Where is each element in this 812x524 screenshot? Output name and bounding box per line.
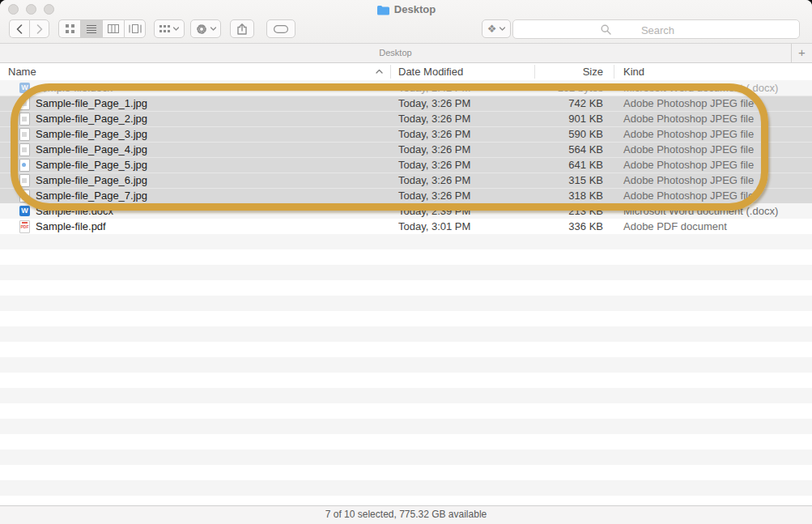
table-row[interactable]: Sample-file_Page_2.jpgToday, 3:26 PM901 … [0, 111, 812, 126]
icon-view-button[interactable] [58, 19, 80, 38]
file-name: Sample-file_Page_2.jpg [36, 111, 147, 126]
word-document-icon: W [19, 82, 30, 94]
empty-row [0, 249, 812, 265]
table-row[interactable]: Sample-file_Page_6.jpgToday, 3:26 PM315 … [0, 173, 812, 188]
table-row[interactable]: WSample-file.docxToday, 2:39 PM213 KBMic… [0, 203, 812, 219]
file-name: Sample-file.pdf [36, 219, 106, 234]
table-row[interactable]: Sample-file_Page_4.jpgToday, 3:26 PM564 … [0, 142, 812, 157]
status-bar: 7 of 10 selected, 775.32 GB available [0, 505, 812, 524]
file-date-modified: Today, 3:01 PM [398, 219, 470, 234]
file-date-modified: Today, 3:26 PM [398, 142, 470, 157]
tag-button[interactable] [266, 19, 295, 38]
share-button[interactable] [230, 19, 254, 38]
empty-row [0, 296, 812, 311]
column-header-date-modified[interactable]: Date Modified [398, 63, 463, 80]
file-date-modified: Today, 2:39 PM [398, 203, 470, 219]
file-size: 641 KB [534, 157, 603, 173]
file-size: 318 KB [534, 188, 603, 203]
list-view-icon [87, 24, 96, 33]
empty-row [0, 388, 812, 403]
file-kind: Adobe Photoshop JPEG file [623, 126, 754, 142]
coverflow-view-button[interactable] [124, 19, 146, 38]
jpeg-thumbnail-icon [19, 174, 30, 186]
table-row[interactable]: W~$mple-file.docxToday, 2:42 PM162 bytes… [0, 80, 812, 96]
window-title-text: Desktop [394, 3, 436, 15]
column-header-kind[interactable]: Kind [623, 63, 644, 80]
file-date-modified: Today, 3:26 PM [398, 157, 470, 173]
group-by-button[interactable] [154, 19, 185, 38]
file-list: W~$mple-file.docxToday, 2:42 PM162 bytes… [0, 80, 812, 506]
column-header-name[interactable]: Name [8, 63, 36, 80]
empty-row [0, 403, 812, 419]
file-kind: Adobe Photoshop JPEG file [623, 157, 754, 173]
file-kind: Adobe Photoshop JPEG file [623, 96, 754, 111]
table-row[interactable]: Sample-file_Page_5.jpgToday, 3:26 PM641 … [0, 157, 812, 173]
pdf-document-icon [19, 220, 30, 232]
share-icon [237, 23, 247, 35]
file-size: 564 KB [534, 142, 603, 157]
empty-row [0, 311, 812, 326]
search-input[interactable] [513, 20, 802, 40]
grid-view-icon [66, 24, 74, 33]
column-divider[interactable] [390, 65, 391, 79]
table-row[interactable]: Sample-file_Page_3.jpgToday, 3:26 PM590 … [0, 126, 812, 142]
empty-row [0, 265, 812, 280]
file-date-modified: Today, 3:26 PM [398, 111, 470, 126]
column-header-size[interactable]: Size [534, 63, 603, 80]
group-by-icon [159, 25, 170, 33]
jpeg-thumbnail-icon [19, 190, 30, 202]
dropbox-menu-button[interactable]: ❖ [482, 19, 511, 38]
file-size: 901 KB [534, 111, 603, 126]
empty-row [0, 419, 812, 434]
column-divider[interactable] [614, 65, 614, 79]
column-view-button[interactable] [102, 19, 124, 38]
search-field[interactable] [512, 19, 800, 39]
file-name: Sample-file_Page_7.jpg [36, 188, 147, 203]
empty-row [0, 449, 812, 465]
jpeg-thumbnail-icon [19, 159, 30, 171]
tab-desktop[interactable]: Desktop [0, 44, 791, 62]
file-size: 336 KB [534, 219, 603, 234]
file-date-modified: Today, 3:26 PM [398, 173, 470, 188]
empty-row [0, 326, 812, 342]
file-kind: Adobe PDF document [623, 219, 727, 234]
file-date-modified: Today, 3:26 PM [398, 96, 470, 111]
file-date-modified: Today, 3:26 PM [398, 188, 470, 203]
chevron-down-icon [210, 27, 216, 31]
file-kind: Adobe Photoshop JPEG file [623, 142, 754, 157]
column-view-icon [108, 24, 119, 33]
file-kind: Microsoft Word document (.docx) [623, 80, 778, 96]
file-size: 162 bytes [534, 80, 603, 96]
empty-row [0, 465, 812, 480]
file-name: ~$mple-file.docx [36, 80, 113, 96]
jpeg-thumbnail-icon [19, 128, 30, 140]
window-title: Desktop [0, 2, 812, 17]
word-document-icon: W [19, 205, 30, 217]
file-name: Sample-file_Page_5.jpg [36, 157, 147, 173]
back-button[interactable] [9, 19, 29, 38]
file-name: Sample-file_Page_3.jpg [36, 126, 147, 142]
forward-button[interactable] [29, 19, 49, 38]
file-name: Sample-file_Page_4.jpg [36, 142, 147, 157]
table-row[interactable]: Sample-file.pdfToday, 3:01 PM336 KBAdobe… [0, 219, 812, 234]
tab-bar: Desktop + [0, 44, 812, 63]
table-row[interactable]: Sample-file_Page_7.jpgToday, 3:26 PM318 … [0, 188, 812, 203]
file-size: 213 KB [534, 203, 603, 219]
file-name: Sample-file_Page_6.jpg [36, 173, 147, 188]
empty-row [0, 357, 812, 373]
table-row[interactable]: Sample-file_Page_1.jpgToday, 3:26 PM742 … [0, 96, 812, 111]
finder-window: Desktop [0, 0, 812, 524]
file-name: Sample-file.docx [36, 203, 113, 219]
new-tab-button[interactable]: + [791, 44, 812, 62]
status-text: 7 of 10 selected, 775.32 GB available [325, 509, 487, 520]
tag-icon [274, 25, 288, 33]
chevron-down-icon [173, 27, 179, 31]
file-date-modified: Today, 2:42 PM [398, 80, 470, 96]
column-header-row: Name Date Modified Size Kind [0, 63, 812, 81]
empty-row [0, 480, 812, 496]
action-menu-button[interactable] [190, 19, 221, 38]
jpeg-thumbnail-icon [19, 97, 30, 109]
list-view-button[interactable] [80, 19, 102, 38]
file-date-modified: Today, 3:26 PM [398, 126, 470, 142]
folder-icon [376, 5, 389, 15]
